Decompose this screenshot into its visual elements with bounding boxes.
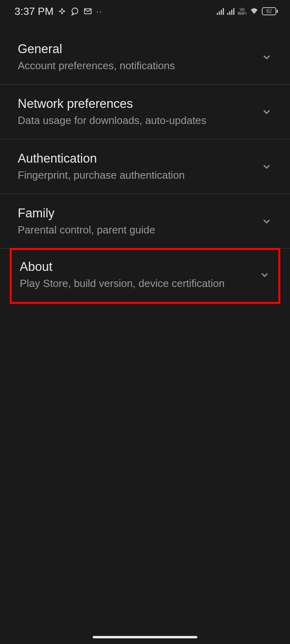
status-bar: 3:37 PM ·· Vo WiFi 62 bbox=[0, 0, 290, 23]
svg-point-4 bbox=[72, 8, 78, 14]
item-subtitle: Data usage for downloads, auto-updates bbox=[18, 114, 253, 127]
settings-item-general[interactable]: General Account preferences, notificatio… bbox=[0, 30, 290, 85]
status-left: 3:37 PM ·· bbox=[14, 5, 102, 18]
signal-icon-2 bbox=[227, 8, 234, 15]
status-time: 3:37 PM bbox=[14, 5, 54, 18]
item-subtitle: Parental control, parent guide bbox=[18, 224, 253, 236]
item-title: About bbox=[20, 260, 251, 274]
chevron-down-icon bbox=[261, 216, 272, 227]
status-notification-icons: ·· bbox=[58, 7, 102, 16]
wifi-icon bbox=[250, 7, 259, 15]
whatsapp-icon bbox=[70, 7, 79, 16]
item-title: Network preferences bbox=[18, 97, 253, 111]
item-title: Authentication bbox=[18, 151, 253, 166]
settings-list: General Account preferences, notificatio… bbox=[0, 23, 290, 304]
chevron-down-icon bbox=[261, 52, 272, 63]
slack-icon bbox=[58, 7, 66, 16]
battery-level: 62 bbox=[262, 7, 276, 15]
settings-item-authentication[interactable]: Authentication Fingerprint, purchase aut… bbox=[0, 139, 290, 194]
svg-rect-0 bbox=[59, 10, 61, 12]
status-right: Vo WiFi 62 bbox=[217, 7, 278, 15]
item-subtitle: Play Store, build version, device certif… bbox=[20, 277, 251, 290]
item-subtitle: Fingerprint, purchase authentication bbox=[18, 169, 253, 182]
settings-item-about[interactable]: About Play Store, build version, device … bbox=[10, 248, 280, 304]
item-title: General bbox=[18, 42, 253, 56]
svg-rect-2 bbox=[61, 8, 63, 11]
svg-rect-3 bbox=[61, 12, 63, 14]
signal-icon-1 bbox=[217, 8, 224, 15]
vowifi-icon: Vo WiFi bbox=[238, 7, 246, 15]
item-subtitle: Account preferences, notifications bbox=[18, 60, 253, 72]
more-notifications-icon: ·· bbox=[96, 7, 102, 16]
svg-rect-1 bbox=[63, 10, 65, 12]
settings-item-family[interactable]: Family Parental control, parent guide bbox=[0, 194, 290, 249]
settings-item-network-preferences[interactable]: Network preferences Data usage for downl… bbox=[0, 85, 290, 139]
chevron-down-icon bbox=[261, 161, 272, 172]
gmail-icon bbox=[83, 7, 92, 16]
item-title: Family bbox=[18, 206, 253, 221]
battery-icon: 62 bbox=[262, 7, 278, 15]
chevron-down-icon bbox=[261, 106, 272, 118]
vowifi-bottom: WiFi bbox=[238, 11, 246, 15]
home-indicator[interactable] bbox=[93, 636, 197, 638]
chevron-down-icon bbox=[259, 269, 270, 281]
